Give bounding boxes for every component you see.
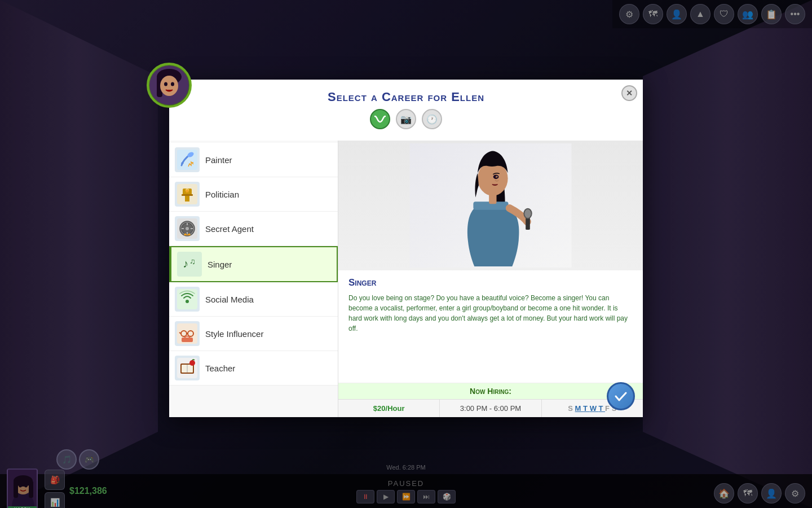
sim-avatar bbox=[147, 63, 192, 108]
svg-text:♪: ♪ bbox=[183, 257, 188, 270]
singer-icon: ♪ ♫ bbox=[177, 252, 202, 277]
svg-rect-18 bbox=[182, 194, 193, 196]
svg-point-44 bbox=[189, 360, 195, 366]
filter-all-careers[interactable] bbox=[370, 109, 390, 129]
politician-icon bbox=[175, 182, 200, 207]
teacher-label: Teacher bbox=[205, 364, 235, 373]
career-item-social-media[interactable]: Social Media bbox=[169, 282, 338, 317]
svg-point-13 bbox=[171, 82, 174, 86]
politician-label: Politician bbox=[205, 190, 239, 199]
svg-rect-39 bbox=[182, 338, 193, 342]
svg-rect-32 bbox=[177, 289, 197, 309]
filter-camera[interactable]: 📷 bbox=[396, 109, 416, 129]
career-image-area bbox=[338, 141, 643, 270]
style-influencer-label: Style Influencer bbox=[205, 329, 263, 339]
painter-label: Painter bbox=[205, 155, 232, 165]
modal-title: Select a Career for Ellen bbox=[180, 90, 632, 104]
job-details-row: $20/Hour 3:00 PM - 6:00 PM S M T W T F bbox=[338, 399, 643, 417]
day-m: M bbox=[575, 404, 583, 413]
now-hiring-section: Now Hiring: $20/Hour 3:00 PM - 6:00 PM S… bbox=[338, 383, 643, 417]
painter-icon bbox=[175, 147, 200, 172]
career-selection-modal: ✕ Select a Career for Ellen 📷 🕐 bbox=[169, 80, 643, 417]
day-t1: T bbox=[583, 404, 590, 413]
pay-cell: $20/Hour bbox=[338, 400, 440, 417]
modal-overlay: ✕ Select a Career for Ellen 📷 🕐 bbox=[0, 0, 812, 508]
schedule-cell: 3:00 PM - 6:00 PM bbox=[440, 400, 541, 417]
now-hiring-banner: Now Hiring: bbox=[338, 383, 643, 399]
svg-point-33 bbox=[186, 300, 189, 303]
modal-body: Painter bbox=[169, 141, 643, 417]
teacher-icon bbox=[175, 356, 200, 380]
filter-clock[interactable]: 🕐 bbox=[422, 109, 442, 129]
close-button[interactable]: ✕ bbox=[621, 85, 637, 101]
career-info-area: Singer Do you love being on stage? Do yo… bbox=[338, 270, 643, 383]
svg-point-11 bbox=[160, 76, 178, 96]
career-detail-panel: Singer Do you love being on stage? Do yo… bbox=[338, 141, 643, 417]
career-detail-title: Singer bbox=[348, 277, 633, 288]
career-description: Do you love being on stage? Do you have … bbox=[348, 293, 633, 334]
svg-point-24 bbox=[186, 227, 189, 230]
day-t2: T bbox=[599, 404, 606, 413]
schedule-time: 3:00 PM - 6:00 PM bbox=[460, 404, 521, 413]
svg-point-51 bbox=[497, 176, 498, 177]
career-item-singer[interactable]: ♪ ♫ Singer bbox=[169, 246, 338, 282]
svg-text:♫: ♫ bbox=[189, 257, 196, 266]
pay-amount: $20/Hour bbox=[373, 404, 405, 413]
day-w: W bbox=[590, 404, 599, 413]
career-item-secret-agent[interactable]: Secret Agent bbox=[169, 212, 338, 246]
svg-point-12 bbox=[164, 82, 167, 86]
singer-label: Singer bbox=[208, 260, 232, 269]
social-media-label: Social Media bbox=[205, 295, 254, 304]
confirm-button[interactable] bbox=[607, 382, 635, 410]
day-s1: S bbox=[568, 404, 575, 413]
career-item-style-influencer[interactable]: Style Influencer bbox=[169, 317, 338, 351]
secret-agent-icon bbox=[175, 216, 200, 241]
social-media-icon bbox=[175, 287, 200, 312]
career-item-politician[interactable]: Politician bbox=[169, 177, 338, 212]
career-item-teacher[interactable]: Teacher bbox=[169, 351, 338, 386]
secret-agent-label: Secret Agent bbox=[205, 224, 254, 234]
modal-header: Select a Career for Ellen 📷 🕐 bbox=[169, 80, 643, 141]
style-influencer-icon bbox=[175, 321, 200, 346]
career-item-painter[interactable]: Painter bbox=[169, 143, 338, 177]
svg-rect-19 bbox=[185, 196, 189, 202]
svg-rect-14 bbox=[177, 150, 197, 170]
filter-row: 📷 🕐 bbox=[180, 104, 632, 136]
career-list-panel: Painter bbox=[169, 141, 338, 417]
svg-point-54 bbox=[524, 209, 531, 218]
